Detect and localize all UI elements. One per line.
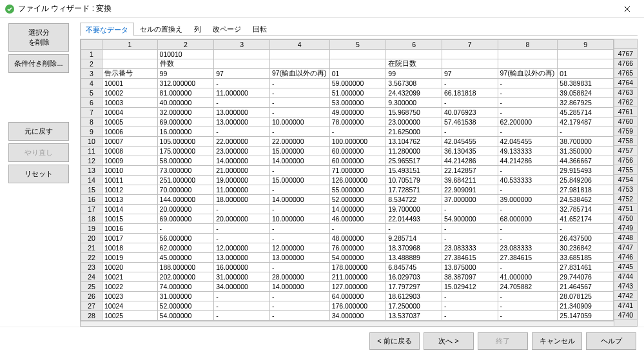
cell[interactable]: - [269, 108, 329, 117]
cell[interactable]: 176.000000 [329, 301, 386, 311]
cell[interactable]: 件数 [157, 59, 214, 69]
cell[interactable]: 10007 [102, 137, 157, 147]
table-row[interactable]: 410001312.000000--59.0000003.567308--58.… [81, 79, 614, 88]
cell[interactable]: 26.437500 [558, 234, 614, 243]
row-header[interactable]: 14 [81, 176, 102, 185]
cell[interactable]: - [214, 127, 270, 137]
cell[interactable]: 39.684211 [442, 176, 498, 185]
cell[interactable]: 20.000000 [214, 214, 270, 224]
cell[interactable]: - [442, 79, 498, 88]
cell[interactable]: 6.845745 [386, 263, 442, 272]
cell[interactable]: 17.728571 [386, 185, 442, 195]
cell[interactable]: 01 [329, 69, 386, 79]
row-header[interactable]: 7 [81, 108, 102, 117]
cell[interactable]: 11.000000 [214, 88, 270, 98]
cell[interactable] [442, 50, 498, 59]
cell[interactable]: 19.700000 [386, 205, 442, 214]
cell[interactable]: 23.000000 [214, 147, 270, 156]
cell[interactable]: 010010 [157, 50, 214, 59]
cell[interactable]: - [442, 311, 498, 321]
close-icon[interactable] [616, 1, 639, 17]
cell[interactable]: 19.000000 [214, 176, 270, 185]
row-header[interactable]: 16 [81, 195, 102, 205]
cell[interactable]: 144.000000 [157, 195, 214, 205]
cell[interactable]: 10021 [102, 272, 157, 282]
cell[interactable]: 18.370968 [386, 243, 442, 253]
cell[interactable] [386, 50, 442, 59]
column-header[interactable]: 1 [102, 40, 157, 50]
cell[interactable]: 60.000000 [329, 147, 386, 156]
table-row[interactable]: 221001945.00000013.00000013.00000054.000… [81, 253, 614, 263]
cell[interactable]: 10.705179 [386, 176, 442, 185]
cell[interactable]: 54.000000 [157, 311, 214, 321]
table-row[interactable]: 51000281.00000011.000000-51.00000024.432… [81, 88, 614, 98]
cell[interactable]: 18.000000 [214, 195, 270, 205]
cell[interactable]: - [498, 79, 558, 88]
cell[interactable]: 24.432099 [386, 88, 442, 98]
row-header[interactable]: 23 [81, 263, 102, 272]
cell[interactable]: 29.915493 [558, 166, 614, 176]
cell[interactable]: - [442, 292, 498, 301]
cell[interactable]: 99 [386, 69, 442, 79]
row-header[interactable]: 10 [81, 137, 102, 147]
tab-1[interactable]: セルの置換え [134, 22, 188, 36]
row-header[interactable]: 19 [81, 224, 102, 234]
finish-button[interactable]: 終了 [478, 332, 528, 350]
cell[interactable]: 13.537037 [386, 311, 442, 321]
table-row[interactable]: 251002274.00000034.00000014.000000127.00… [81, 282, 614, 292]
column-header[interactable]: 5 [329, 40, 386, 50]
cell[interactable] [102, 50, 157, 59]
table-row[interactable]: 281002554.000000--34.00000013.537037--25… [81, 311, 614, 321]
cell[interactable]: 27.831461 [558, 263, 614, 272]
cell[interactable]: 251.000000 [157, 176, 214, 185]
cell[interactable]: 36.130435 [442, 147, 498, 156]
row-header[interactable]: 21 [81, 243, 102, 253]
cell[interactable]: 13.488889 [386, 253, 442, 263]
cell[interactable]: 42.179487 [558, 117, 614, 127]
cell[interactable]: 45.285714 [558, 108, 614, 117]
cell[interactable]: - [214, 301, 270, 311]
cell[interactable]: 20.000000 [157, 205, 214, 214]
cell[interactable]: 32.867925 [558, 98, 614, 108]
cell[interactable]: - [329, 224, 386, 234]
column-header[interactable]: 2 [157, 40, 214, 50]
cell[interactable]: 15.029412 [442, 282, 498, 292]
table-row[interactable]: 211001862.00000012.00000012.00000076.000… [81, 243, 614, 253]
table-row[interactable]: 1910016-------- [81, 224, 614, 234]
row-header[interactable]: 9 [81, 127, 102, 137]
cell[interactable]: 312.000000 [157, 79, 214, 88]
cell[interactable]: - [329, 127, 386, 137]
tab-4[interactable]: 回転 [247, 22, 273, 36]
cell[interactable]: - [498, 185, 558, 195]
column-header[interactable]: 4 [269, 40, 329, 50]
cell[interactable]: - [214, 224, 270, 234]
cell[interactable]: 10006 [102, 127, 157, 137]
cell[interactable]: 10004 [102, 108, 157, 117]
cell[interactable]: 31.350000 [558, 147, 614, 156]
cell[interactable]: 10010 [102, 166, 157, 176]
cell[interactable]: 01 [558, 69, 614, 79]
cell[interactable]: 25.147059 [558, 311, 614, 321]
table-row[interactable]: 2310020188.00000016.000000-178.0000006.8… [81, 263, 614, 272]
cell[interactable]: 14.000000 [269, 195, 329, 205]
table-row[interactable]: 61000340.000000--53.0000009.300000--32.8… [81, 98, 614, 108]
cell[interactable]: 68.000000 [498, 214, 558, 224]
grid-scroll[interactable]: 123456789 10100102件数在院日数3告示番号999797(輸血以外… [81, 39, 614, 326]
cell[interactable]: 10008 [102, 147, 157, 156]
cell[interactable]: 14.000000 [329, 205, 386, 214]
cell[interactable]: - [269, 224, 329, 234]
cell[interactable]: 97(輸血以外の再) [269, 69, 329, 79]
cell[interactable]: - [498, 88, 558, 98]
row-header[interactable]: 28 [81, 311, 102, 321]
cell[interactable]: 127.000000 [329, 282, 386, 292]
cell[interactable]: - [269, 127, 329, 137]
cell[interactable]: 54.000000 [329, 253, 386, 263]
table-row[interactable]: 1010007105.00000022.00000022.000000100.0… [81, 137, 614, 147]
next-button[interactable]: 次へ > [424, 332, 474, 350]
row-header[interactable]: 5 [81, 88, 102, 98]
cell[interactable]: 52.000000 [329, 195, 386, 205]
cell[interactable]: - [214, 292, 270, 301]
cell[interactable]: 10023 [102, 292, 157, 301]
cell[interactable]: 38.700000 [558, 137, 614, 147]
row-header[interactable]: 17 [81, 205, 102, 214]
